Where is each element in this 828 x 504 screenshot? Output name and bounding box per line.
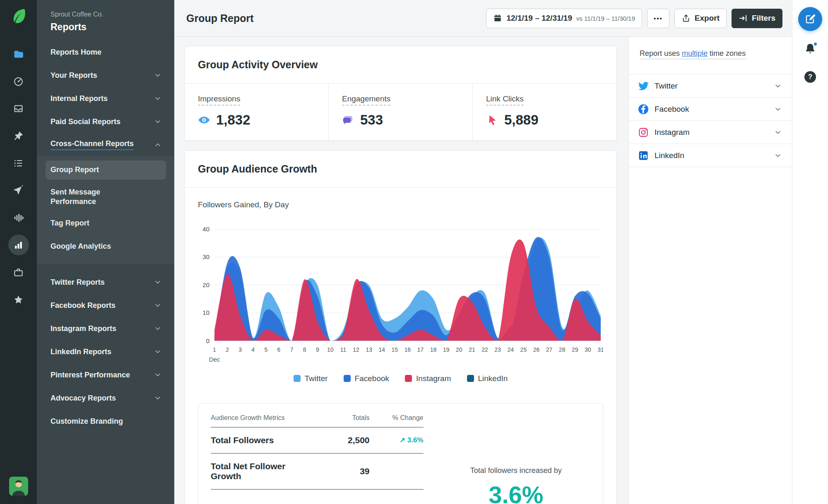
legend-swatch bbox=[294, 375, 301, 382]
svg-text:9: 9 bbox=[316, 346, 319, 353]
reports-bar-chart-icon[interactable] bbox=[8, 235, 29, 255]
svg-text:5: 5 bbox=[264, 346, 267, 353]
date-range-button[interactable]: 12/1/19 – 12/31/19 vs 11/1/19 – 11/30/19 bbox=[486, 9, 642, 28]
inbox-icon[interactable] bbox=[8, 98, 29, 119]
report-content: Group Activity Overview Impressions 1,83… bbox=[174, 37, 628, 504]
svg-text:23: 23 bbox=[494, 346, 501, 353]
sidebar-item-group-report[interactable]: Group Report bbox=[46, 161, 166, 180]
pin-icon[interactable] bbox=[8, 125, 29, 146]
sidebar-item-label: Internal Reports bbox=[51, 94, 108, 103]
user-avatar[interactable] bbox=[9, 477, 28, 496]
folder-icon[interactable] bbox=[8, 43, 29, 64]
paper-plane-icon[interactable] bbox=[8, 180, 29, 201]
metric-impressions: Impressions 1,832 bbox=[185, 84, 328, 140]
filters-icon bbox=[739, 14, 748, 23]
cursor-click-icon bbox=[486, 114, 498, 126]
sidebar-item-label: Paid Social Reports bbox=[51, 118, 120, 126]
metric-label[interactable]: Engagements bbox=[342, 94, 390, 106]
group-audience-growth-card: Group Audience Growth Followers Gained, … bbox=[184, 150, 617, 504]
legend-item-instagram[interactable]: Instagram bbox=[405, 374, 451, 383]
metric-link-clicks: Link Clicks 5,889 bbox=[472, 84, 616, 140]
metric-label[interactable]: Impressions bbox=[198, 94, 240, 106]
chart-legend: Twitter Facebook Instagram bbox=[198, 374, 603, 383]
sidebar-item-label: Google Analytics bbox=[51, 242, 111, 251]
svg-text:19: 19 bbox=[443, 346, 450, 353]
sidebar-item-customize-branding[interactable]: Customize Branding bbox=[37, 410, 174, 433]
sidebar-item-paid-social-reports[interactable]: Paid Social Reports bbox=[37, 110, 174, 133]
sprout-logo-icon[interactable] bbox=[10, 7, 27, 24]
sidebar-item-label: LinkedIn Reports bbox=[51, 348, 111, 356]
notification-dot bbox=[813, 42, 818, 46]
svg-text:Dec: Dec bbox=[209, 356, 220, 363]
metric-value: 533 bbox=[360, 112, 383, 128]
sidebar-header: Sprout Coffee Co. Reports bbox=[37, 0, 174, 33]
queue-list-icon[interactable] bbox=[8, 153, 29, 173]
legend-item-facebook[interactable]: Facebook bbox=[344, 374, 389, 383]
sidebar-item-twitter-reports[interactable]: Twitter Reports bbox=[37, 271, 174, 294]
network-row-facebook[interactable]: Facebook bbox=[629, 98, 792, 121]
sidebar-nav: Reports Home Your Reports Internal Repor… bbox=[37, 41, 174, 433]
sidebar-item-sent-message-performance[interactable]: Sent Message Performance bbox=[37, 182, 174, 212]
sidebar-item-cross-channel-reports[interactable]: Cross-Channel Reports bbox=[37, 133, 174, 156]
card-title-row: Group Audience Growth bbox=[185, 151, 616, 188]
sidebar-item-tag-report[interactable]: Tag Report bbox=[37, 212, 174, 235]
metric-value: 5,889 bbox=[504, 112, 539, 128]
twitter-icon bbox=[638, 81, 649, 91]
group-activity-overview-card: Group Activity Overview Impressions 1,83… bbox=[184, 46, 617, 141]
column-header: Totals bbox=[308, 414, 370, 422]
svg-text:3: 3 bbox=[238, 346, 242, 353]
multiple-timezones-link[interactable]: multiple bbox=[682, 49, 708, 58]
svg-text:7: 7 bbox=[290, 346, 294, 353]
more-options-button[interactable]: ••• bbox=[647, 9, 669, 28]
sidebar-item-instagram-reports[interactable]: Instagram Reports bbox=[37, 317, 174, 340]
svg-text:10: 10 bbox=[202, 309, 209, 316]
legend-item-linkedin[interactable]: LinkedIn bbox=[467, 374, 508, 383]
calendar-icon bbox=[493, 14, 502, 23]
dashboard-gauge-icon[interactable] bbox=[8, 71, 29, 91]
svg-text:22: 22 bbox=[481, 346, 488, 353]
sidebar-item-your-reports[interactable]: Your Reports bbox=[37, 64, 174, 87]
chevron-down-icon bbox=[154, 94, 162, 103]
chart-subtitle: Followers Gained, By Day bbox=[198, 200, 603, 209]
sidebar-item-label: Your Reports bbox=[51, 71, 97, 80]
sidebar-item-reports-home[interactable]: Reports Home bbox=[37, 41, 174, 64]
chevron-down-icon bbox=[154, 348, 162, 356]
metric-value-row: 533 bbox=[342, 112, 459, 128]
page-header: Group Report 12/1/19 – 12/31/19 vs 11/1/… bbox=[174, 0, 792, 37]
date-range-value: 12/1/19 – 12/31/19 bbox=[506, 14, 572, 23]
legend-item-twitter[interactable]: Twitter bbox=[294, 374, 328, 383]
linkedin-icon bbox=[638, 150, 649, 161]
sidebar-item-advocacy-reports[interactable]: Advocacy Reports bbox=[37, 386, 174, 410]
change-value: 3.6% bbox=[407, 436, 424, 444]
page-body: Group Activity Overview Impressions 1,83… bbox=[174, 37, 792, 504]
row-metric-name: Total Followers bbox=[211, 435, 308, 445]
chevron-down-icon bbox=[774, 105, 782, 113]
network-row-instagram[interactable]: Instagram bbox=[629, 121, 792, 144]
sidebar-item-linkedin-reports[interactable]: LinkedIn Reports bbox=[37, 340, 174, 363]
sidebar-item-google-analytics[interactable]: Google Analytics bbox=[37, 235, 174, 258]
company-name: Sprout Coffee Co. bbox=[51, 11, 162, 18]
compose-button[interactable] bbox=[798, 7, 822, 31]
column-header: % Change bbox=[370, 414, 424, 422]
sidebar-item-label: Facebook Reports bbox=[51, 301, 116, 310]
metric-label[interactable]: Link Clicks bbox=[486, 94, 524, 106]
network-row-linkedin[interactable]: LinkedIn bbox=[629, 144, 792, 167]
sidebar-item-internal-reports[interactable]: Internal Reports bbox=[37, 87, 174, 110]
column-header: Audience Growth Metrics bbox=[211, 414, 308, 422]
help-button[interactable]: ? bbox=[804, 71, 816, 83]
svg-text:13: 13 bbox=[366, 346, 372, 353]
star-icon[interactable] bbox=[8, 289, 29, 310]
filters-button[interactable]: Filters bbox=[732, 9, 782, 28]
svg-text:12: 12 bbox=[353, 346, 359, 353]
sidebar-item-facebook-reports[interactable]: Facebook Reports bbox=[37, 294, 174, 317]
listening-bars-icon[interactable] bbox=[8, 207, 29, 228]
export-button[interactable]: Export bbox=[674, 9, 727, 28]
sidebar-item-label: Customize Branding bbox=[51, 417, 123, 426]
sidebar-item-pinterest-performance[interactable]: Pinterest Performance bbox=[37, 363, 174, 386]
network-row-twitter[interactable]: Twitter bbox=[629, 74, 792, 98]
notifications-button[interactable] bbox=[804, 42, 817, 55]
briefcase-icon[interactable] bbox=[8, 262, 29, 283]
svg-text:25: 25 bbox=[520, 346, 527, 353]
table-row: Total Followers 2,500 ↗ 3.6% bbox=[211, 427, 424, 454]
center-column: Group Report 12/1/19 – 12/31/19 vs 11/1/… bbox=[174, 0, 792, 504]
